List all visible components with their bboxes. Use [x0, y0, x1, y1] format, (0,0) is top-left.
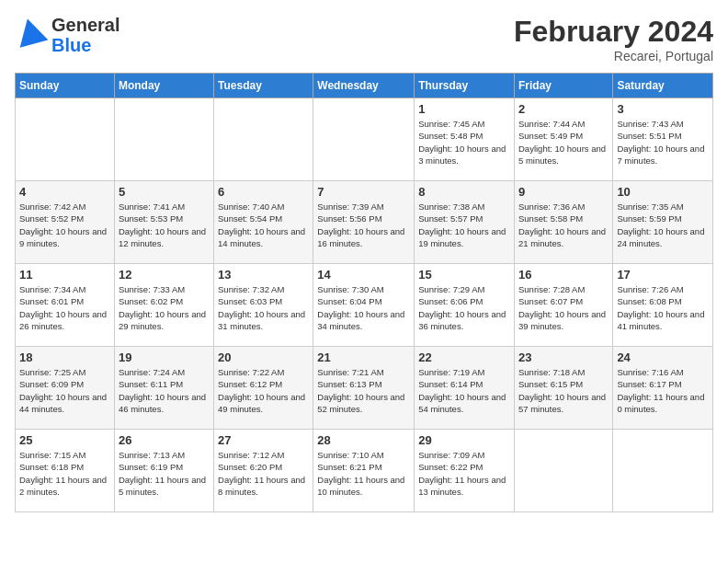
- week-row-4: 18Sunrise: 7:25 AM Sunset: 6:09 PM Dayli…: [16, 347, 713, 430]
- day-number: 18: [19, 350, 110, 364]
- day-info: Sunrise: 7:45 AM Sunset: 5:48 PM Dayligh…: [418, 118, 510, 167]
- calendar-table: SundayMondayTuesdayWednesdayThursdayFrid…: [15, 73, 713, 512]
- day-cell: 5Sunrise: 7:41 AM Sunset: 5:53 PM Daylig…: [114, 181, 213, 264]
- day-number: 22: [418, 350, 510, 364]
- day-info: Sunrise: 7:44 AM Sunset: 5:49 PM Dayligh…: [518, 118, 609, 167]
- day-number: 6: [218, 185, 309, 199]
- day-cell: [114, 98, 213, 181]
- day-number: 25: [19, 433, 110, 447]
- day-info: Sunrise: 7:16 AM Sunset: 6:17 PM Dayligh…: [617, 366, 709, 415]
- column-header-thursday: Thursday: [415, 74, 515, 98]
- day-cell: 7Sunrise: 7:39 AM Sunset: 5:56 PM Daylig…: [313, 181, 415, 264]
- day-number: 20: [218, 350, 309, 364]
- day-number: 15: [418, 268, 510, 282]
- column-header-sunday: Sunday: [16, 74, 115, 98]
- day-number: 21: [317, 350, 410, 364]
- day-info: Sunrise: 7:28 AM Sunset: 6:07 PM Dayligh…: [518, 283, 609, 332]
- day-info: Sunrise: 7:40 AM Sunset: 5:54 PM Dayligh…: [218, 201, 309, 249]
- day-info: Sunrise: 7:18 AM Sunset: 6:15 PM Dayligh…: [518, 366, 609, 415]
- day-number: 12: [119, 268, 210, 282]
- column-header-saturday: Saturday: [613, 74, 713, 98]
- day-cell: 10Sunrise: 7:35 AM Sunset: 5:59 PM Dayli…: [613, 181, 713, 264]
- day-cell: 13Sunrise: 7:32 AM Sunset: 6:03 PM Dayli…: [214, 264, 313, 347]
- column-header-friday: Friday: [514, 74, 612, 98]
- day-info: Sunrise: 7:09 AM Sunset: 6:22 PM Dayligh…: [418, 449, 510, 498]
- day-cell: 22Sunrise: 7:19 AM Sunset: 6:14 PM Dayli…: [415, 347, 515, 430]
- day-number: 28: [317, 433, 410, 447]
- day-number: 5: [119, 185, 210, 199]
- day-cell: [214, 98, 313, 181]
- day-info: Sunrise: 7:25 AM Sunset: 6:09 PM Dayligh…: [19, 366, 110, 415]
- day-cell: 18Sunrise: 7:25 AM Sunset: 6:09 PM Dayli…: [16, 347, 115, 430]
- logo: General Blue: [15, 15, 119, 55]
- week-row-1: 1Sunrise: 7:45 AM Sunset: 5:48 PM Daylig…: [16, 98, 713, 181]
- day-info: Sunrise: 7:24 AM Sunset: 6:11 PM Dayligh…: [119, 366, 210, 415]
- column-header-monday: Monday: [114, 74, 213, 98]
- column-header-tuesday: Tuesday: [214, 74, 313, 98]
- day-info: Sunrise: 7:12 AM Sunset: 6:20 PM Dayligh…: [218, 449, 309, 498]
- day-cell: 29Sunrise: 7:09 AM Sunset: 6:22 PM Dayli…: [415, 430, 515, 512]
- day-info: Sunrise: 7:39 AM Sunset: 5:56 PM Dayligh…: [317, 201, 410, 249]
- day-cell: [16, 98, 115, 181]
- day-info: Sunrise: 7:33 AM Sunset: 6:02 PM Dayligh…: [119, 283, 210, 332]
- day-cell: [514, 430, 612, 512]
- day-number: 10: [617, 185, 709, 199]
- day-cell: 1Sunrise: 7:45 AM Sunset: 5:48 PM Daylig…: [415, 98, 515, 181]
- day-number: 17: [617, 268, 709, 282]
- day-info: Sunrise: 7:43 AM Sunset: 5:51 PM Dayligh…: [617, 118, 709, 167]
- day-info: Sunrise: 7:34 AM Sunset: 6:01 PM Dayligh…: [19, 283, 110, 332]
- week-row-3: 11Sunrise: 7:34 AM Sunset: 6:01 PM Dayli…: [16, 264, 713, 347]
- day-cell: 11Sunrise: 7:34 AM Sunset: 6:01 PM Dayli…: [16, 264, 115, 347]
- day-info: Sunrise: 7:42 AM Sunset: 5:52 PM Dayligh…: [19, 201, 110, 249]
- month-title: February 2024: [514, 15, 713, 49]
- day-info: Sunrise: 7:15 AM Sunset: 6:18 PM Dayligh…: [19, 449, 110, 498]
- day-cell: 15Sunrise: 7:29 AM Sunset: 6:06 PM Dayli…: [415, 264, 515, 347]
- day-info: Sunrise: 7:21 AM Sunset: 6:13 PM Dayligh…: [317, 366, 410, 415]
- day-cell: 8Sunrise: 7:38 AM Sunset: 5:57 PM Daylig…: [415, 181, 515, 264]
- day-info: Sunrise: 7:36 AM Sunset: 5:58 PM Dayligh…: [518, 201, 609, 249]
- day-number: 13: [218, 268, 309, 282]
- day-number: 19: [119, 350, 210, 364]
- day-info: Sunrise: 7:10 AM Sunset: 6:21 PM Dayligh…: [317, 449, 410, 498]
- day-info: Sunrise: 7:22 AM Sunset: 6:12 PM Dayligh…: [218, 366, 309, 415]
- day-number: 3: [617, 102, 709, 116]
- svg-marker-0: [15, 17, 48, 48]
- week-row-5: 25Sunrise: 7:15 AM Sunset: 6:18 PM Dayli…: [16, 430, 713, 512]
- day-cell: 23Sunrise: 7:18 AM Sunset: 6:15 PM Dayli…: [514, 347, 612, 430]
- day-info: Sunrise: 7:41 AM Sunset: 5:53 PM Dayligh…: [119, 201, 210, 249]
- page-header: General Blue February 2024 Recarei, Port…: [15, 15, 713, 63]
- day-number: 2: [518, 102, 609, 116]
- day-info: Sunrise: 7:19 AM Sunset: 6:14 PM Dayligh…: [418, 366, 510, 415]
- day-number: 14: [317, 268, 410, 282]
- day-cell: 14Sunrise: 7:30 AM Sunset: 6:04 PM Dayli…: [313, 264, 415, 347]
- logo-icon: [15, 17, 48, 50]
- day-cell: [613, 430, 713, 512]
- day-number: 23: [518, 350, 609, 364]
- day-cell: 4Sunrise: 7:42 AM Sunset: 5:52 PM Daylig…: [16, 181, 115, 264]
- day-number: 8: [418, 185, 510, 199]
- logo-line1: General: [51, 15, 119, 35]
- day-cell: [313, 98, 415, 181]
- day-info: Sunrise: 7:35 AM Sunset: 5:59 PM Dayligh…: [617, 201, 709, 249]
- day-cell: 16Sunrise: 7:28 AM Sunset: 6:07 PM Dayli…: [514, 264, 612, 347]
- day-cell: 2Sunrise: 7:44 AM Sunset: 5:49 PM Daylig…: [514, 98, 612, 181]
- day-number: 1: [418, 102, 510, 116]
- location: Recarei, Portugal: [514, 49, 713, 63]
- day-cell: 6Sunrise: 7:40 AM Sunset: 5:54 PM Daylig…: [214, 181, 313, 264]
- calendar-header-row: SundayMondayTuesdayWednesdayThursdayFrid…: [16, 74, 713, 98]
- day-info: Sunrise: 7:26 AM Sunset: 6:08 PM Dayligh…: [617, 283, 709, 332]
- day-cell: 9Sunrise: 7:36 AM Sunset: 5:58 PM Daylig…: [514, 181, 612, 264]
- day-info: Sunrise: 7:13 AM Sunset: 6:19 PM Dayligh…: [119, 449, 210, 498]
- day-info: Sunrise: 7:30 AM Sunset: 6:04 PM Dayligh…: [317, 283, 410, 332]
- day-number: 11: [19, 268, 110, 282]
- day-cell: 24Sunrise: 7:16 AM Sunset: 6:17 PM Dayli…: [613, 347, 713, 430]
- column-header-wednesday: Wednesday: [313, 74, 415, 98]
- day-number: 9: [518, 185, 609, 199]
- day-cell: 19Sunrise: 7:24 AM Sunset: 6:11 PM Dayli…: [114, 347, 213, 430]
- day-cell: 26Sunrise: 7:13 AM Sunset: 6:19 PM Dayli…: [114, 430, 213, 512]
- day-number: 16: [518, 268, 609, 282]
- day-cell: 20Sunrise: 7:22 AM Sunset: 6:12 PM Dayli…: [214, 347, 313, 430]
- day-number: 27: [218, 433, 309, 447]
- day-number: 24: [617, 350, 709, 364]
- day-number: 29: [418, 433, 510, 447]
